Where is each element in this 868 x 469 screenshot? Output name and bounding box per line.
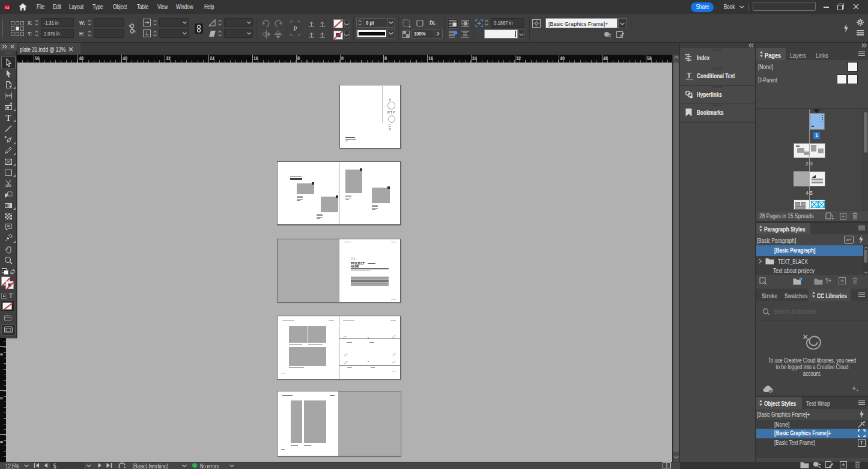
svg-text:T: T <box>5 114 11 122</box>
svg-text:T: T <box>687 72 691 79</box>
svg-text:P: P <box>293 25 297 32</box>
